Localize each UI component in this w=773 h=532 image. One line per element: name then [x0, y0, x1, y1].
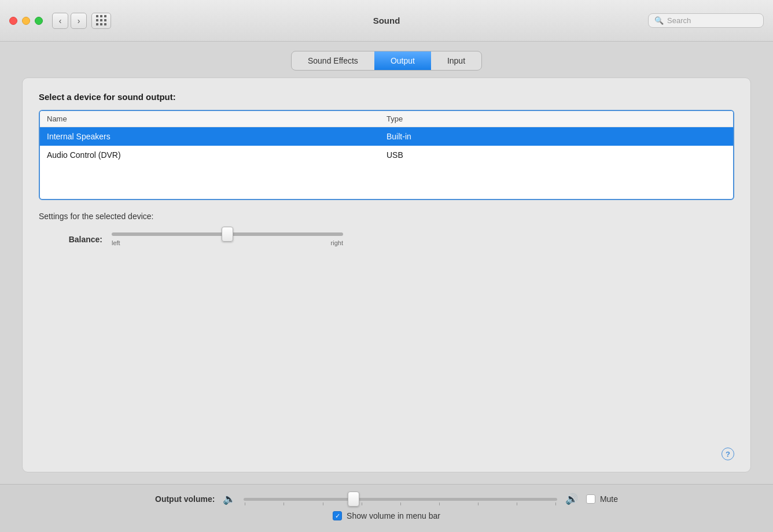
tick — [478, 503, 478, 505]
table-row[interactable]: Audio Control (DVR) USB — [40, 146, 733, 164]
table-row[interactable]: Internal Speakers Built-in — [40, 127, 733, 146]
minimize-button[interactable] — [22, 17, 30, 25]
titlebar: ‹ › Sound 🔍 — [0, 0, 773, 42]
tick — [400, 503, 401, 505]
tab-bar: Sound Effects Output Input — [291, 51, 482, 71]
balance-row: Balance: left right — [39, 232, 734, 246]
grid-view-button[interactable] — [91, 13, 111, 29]
mute-checkbox[interactable] — [586, 494, 595, 504]
balance-left-label: left — [112, 239, 120, 246]
tick — [284, 503, 284, 505]
mute-area: Mute — [586, 494, 618, 504]
window-title: Sound — [373, 16, 400, 25]
device-type: Built-in — [387, 132, 726, 141]
show-volume-checkbox[interactable]: ✓ — [333, 511, 342, 520]
main-content: Sound Effects Output Input Select a devi… — [0, 42, 773, 484]
search-box[interactable]: 🔍 — [648, 13, 764, 28]
mute-label: Mute — [600, 494, 618, 504]
checkmark-icon: ✓ — [335, 513, 340, 519]
tick — [323, 503, 323, 505]
tick — [245, 503, 245, 505]
panel-bottom: ? — [39, 448, 734, 460]
volume-label: Output volume: — [155, 494, 215, 504]
settings-label: Settings for the selected device: — [39, 212, 734, 221]
search-input[interactable] — [667, 16, 757, 25]
balance-slider-thumb[interactable] — [222, 227, 233, 242]
search-icon: 🔍 — [654, 16, 664, 25]
col-header-type: Type — [387, 114, 726, 123]
tick-marks — [244, 503, 557, 505]
help-button[interactable]: ? — [722, 448, 734, 460]
tab-output[interactable]: Output — [374, 51, 431, 70]
traffic-lights — [9, 17, 43, 25]
volume-row: Output volume: 🔈 🔊 Mute — [155, 493, 618, 505]
maximize-button[interactable] — [35, 17, 43, 25]
tick — [362, 503, 362, 505]
balance-slider-container: left right — [112, 232, 343, 246]
tick — [439, 503, 440, 505]
bottom-bar: Output volume: 🔈 🔊 Mute ✓ Sh — [0, 484, 773, 532]
back-button[interactable]: ‹ — [52, 13, 68, 29]
close-button[interactable] — [9, 17, 17, 25]
balance-slider-track[interactable] — [112, 232, 343, 236]
device-type: USB — [387, 150, 726, 160]
col-header-name: Name — [47, 114, 387, 123]
section-title: Select a device for sound output: — [39, 92, 734, 102]
show-volume-row: ✓ Show volume in menu bar — [333, 511, 440, 520]
forward-button[interactable]: › — [71, 13, 87, 29]
device-name: Audio Control (DVR) — [47, 150, 387, 160]
volume-high-icon: 🔊 — [565, 493, 578, 505]
tick — [555, 503, 556, 505]
tab-input[interactable]: Input — [431, 51, 481, 70]
volume-low-icon: 🔈 — [223, 493, 235, 505]
device-table: Name Type Internal Speakers Built-in Aud… — [39, 110, 734, 200]
table-header: Name Type — [40, 111, 733, 127]
grid-icon — [96, 15, 107, 26]
output-panel: Select a device for sound output: Name T… — [22, 77, 751, 472]
volume-slider-track[interactable] — [244, 498, 557, 501]
show-volume-label: Show volume in menu bar — [347, 511, 440, 520]
nav-buttons: ‹ › — [52, 13, 87, 29]
balance-label: Balance: — [62, 235, 102, 244]
balance-right-label: right — [331, 239, 343, 246]
table-empty-space — [40, 164, 733, 199]
device-name: Internal Speakers — [47, 132, 387, 141]
tick — [517, 503, 517, 505]
tab-sound-effects[interactable]: Sound Effects — [292, 51, 374, 70]
